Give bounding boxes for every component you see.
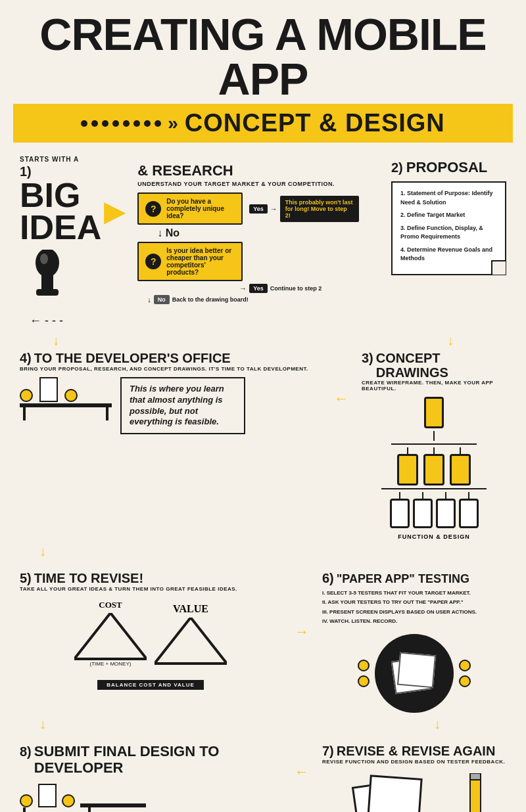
result-1-box: This probably won't last for long! Move …: [280, 196, 359, 222]
section-56-row: 5) TIME TO REVISE! TAKE ALL YOUR GREAT I…: [20, 571, 506, 713]
revise-paper-2: [366, 775, 422, 812]
submit-title: SUBMIT FINAL DESIGN TO DEVELOPER: [34, 744, 281, 775]
proposal-block: 2) PROPOSAL 1. Statement of Purpose: Ide…: [391, 156, 506, 275]
arrow-4-3: ←: [334, 351, 348, 407]
submit-person-left: [20, 794, 33, 807]
result-2-no: Back to the drawing board!: [172, 296, 249, 303]
wireframe-hline: [391, 443, 477, 445]
section-1-2-divider: ↓ ↓: [20, 328, 506, 351]
main-content: STARTS WITH A 1) BIGIDEA ▶: [0, 143, 526, 812]
arrow-5-6: →: [295, 571, 309, 641]
question-1-text: Do you have a completely unique idea?: [166, 198, 235, 219]
research-subtitle: UNDERSTAND YOUR TARGET MARKET & YOUR COM…: [137, 181, 378, 187]
svg-marker-5: [155, 618, 227, 664]
developer-title: TO THE DEVELOPER'S OFFICE: [34, 351, 231, 365]
step-8-number: 8): [20, 744, 32, 759]
person-head-1: [20, 389, 33, 402]
big-idea-text: BIGIDEA: [20, 179, 101, 244]
question-2-icon: ?: [145, 254, 161, 269]
header: CREATING A MOBILE APP » CONCEPT & DESIGN: [0, 0, 526, 143]
dots-decoration: [81, 120, 161, 127]
desk-leg-right: [106, 407, 108, 420]
step-4-number: 4): [20, 351, 32, 366]
svg-rect-2: [36, 289, 59, 296]
proposal-item-3: 3. Define Function, Display, & Promo Req…: [400, 224, 497, 242]
step-6-2: II. ASK YOUR TESTERS TO TRY OUT THE "PAP…: [322, 598, 506, 607]
revise-again-title: REVISE & REVISE AGAIN: [337, 744, 496, 758]
paper-test-title: "PAPER APP" TESTING: [337, 573, 469, 586]
question-1-icon: ?: [145, 201, 161, 217]
wireframe-phone-bot-4: [459, 499, 479, 528]
cost-label: COST: [99, 600, 122, 610]
submit-block: 8) SUBMIT FINAL DESIGN TO DEVELOPER: [20, 744, 281, 812]
step-2-number: 2): [391, 160, 403, 175]
section-34-row: 4) TO THE DEVELOPER'S OFFICE BRING YOUR …: [20, 351, 506, 540]
desk-paper: [39, 377, 58, 402]
desk-figure: [20, 377, 112, 420]
submit-doc: [38, 784, 57, 807]
concept-subtitle: CREATE WIREFRAME. THEN, MAKE YOUR APP BE…: [362, 380, 506, 392]
question-2-text: Is your idea better or cheaper than your…: [166, 247, 235, 276]
section-56-arrows: ↓ ↓: [20, 713, 506, 734]
step-3-number: 3): [362, 351, 373, 366]
concept-title: CONCEPT DRAWINGS: [376, 351, 506, 380]
cost-triangle-svg: [74, 613, 147, 662]
yes-label-1: Yes: [249, 204, 268, 214]
proposal-item-1: 1. Statement of Purpose: Identify Need &…: [400, 189, 497, 207]
big-idea-chevron: ▶: [104, 196, 124, 227]
submit-person-right: [62, 794, 75, 807]
subtitle-bar: » CONCEPT & DESIGN: [13, 104, 513, 143]
dot-left-top: [358, 660, 370, 671]
balance-label: BALANCE COST AND VALUE: [97, 680, 204, 690]
svg-point-0: [36, 250, 59, 277]
svg-rect-8: [470, 773, 481, 780]
flow-row-2: ? Is your idea better or cheaper than yo…: [137, 242, 378, 281]
wireframe-phone-mid-2: [423, 454, 444, 485]
section-1-row: STARTS WITH A 1) BIGIDEA ▶: [20, 156, 506, 328]
flow-row-1: ? Do you have a completely unique idea? …: [137, 192, 378, 225]
subtitle-text: CONCEPT & DESIGN: [185, 109, 445, 137]
chevron-decoration: »: [168, 113, 178, 134]
wireframe-row-bottom: [390, 492, 479, 528]
submit-scene: [20, 784, 281, 807]
proposal-title: PROPOSAL: [406, 159, 487, 176]
revise-title: TIME TO REVISE!: [34, 571, 143, 585]
dark-circle: [375, 634, 454, 713]
value-label: VALUE: [173, 603, 208, 615]
revise-subtitle: TAKE ALL YOUR GREAT IDEAS & TURN THEM IN…: [20, 586, 281, 592]
func-design-label: FUNCTION & DESIGN: [398, 533, 470, 540]
step-5-number: 5): [20, 571, 32, 586]
no-arrow-1: ↓ No: [157, 227, 378, 239]
section-78-row: 8) SUBMIT FINAL DESIGN TO DEVELOPER: [20, 744, 506, 812]
step-6-number: 6): [322, 571, 334, 586]
wireframe-phone-bot-2: [413, 499, 433, 528]
balance-scale: COST (TIME + MONEY) VALUE: [20, 600, 281, 690]
proposal-item-2: 2. Define Target Market: [400, 211, 497, 220]
dot-left-mid: [358, 675, 370, 687]
idea-icon: ← - - -: [30, 250, 124, 328]
wireframe-phone-mid-1: [397, 454, 418, 485]
svg-point-3: [40, 254, 48, 264]
paper-test-steps: I. SELECT 3-5 TESTERS THAT FIT YOUR TARG…: [322, 589, 506, 627]
dot-right-mid: [459, 675, 471, 687]
arrow-8-7: ←: [295, 744, 309, 780]
step-7-number: 7): [322, 744, 334, 759]
wireframe-phone-top: [424, 397, 444, 428]
research-block: & RESEARCH UNDERSTAND YOUR TARGET MARKET…: [137, 156, 378, 304]
step-6-3: III. PRESENT SCREEN DISPLAYS BASED ON US…: [322, 608, 506, 617]
dot-right-top: [459, 660, 471, 671]
question-1-box: ? Do you have a completely unique idea?: [137, 192, 243, 225]
wireframe-row-mid: [397, 447, 471, 485]
left-dots: [358, 660, 370, 687]
no-label-2: No: [154, 295, 170, 304]
concept-block: 3) CONCEPT DRAWINGS CREATE WIREFRAME. TH…: [362, 351, 506, 540]
big-idea-block: STARTS WITH A 1) BIGIDEA ▶: [20, 156, 124, 328]
paper-test-block: 6) "PAPER APP" TESTING I. SELECT 3-5 TES…: [322, 571, 506, 713]
speech-bubble: This is where you learn that almost anyt…: [120, 377, 245, 435]
cost-sublabel: (TIME + MONEY): [90, 661, 132, 667]
svg-marker-4: [74, 613, 147, 659]
right-dots: [459, 660, 471, 687]
wireframe-phone-bot-1: [390, 499, 410, 528]
result-2-yes: Continue to step 2: [270, 285, 322, 292]
paper-stack: [393, 654, 436, 693]
